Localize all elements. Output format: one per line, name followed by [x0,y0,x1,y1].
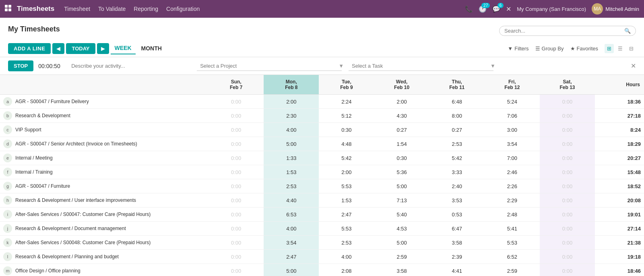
day-cell[interactable]: 5:53 [319,222,374,236]
day-cell[interactable]: 3:53 [429,193,485,208]
day-cell[interactable]: 2:47 [264,250,319,264]
table-row[interactable]: eInternal / Meeting0:001:335:420:305:427… [0,151,644,165]
close-icon[interactable]: ✕ [506,5,511,13]
search-input[interactable] [504,28,624,34]
day-cell[interactable]: 1:53 [319,193,374,208]
day-cell[interactable]: 2:26 [485,179,540,193]
day-cell[interactable]: 0:00 [208,222,264,236]
day-cell[interactable]: 5:00 [264,264,319,276]
day-cell[interactable]: 0:27 [429,123,485,137]
nav-to-validate[interactable]: To Validate [98,4,126,14]
day-cell[interactable]: 2:24 [319,95,374,109]
day-cell[interactable]: 0:00 [540,250,595,264]
day-cell[interactable]: 0:00 [208,109,264,123]
task-cell[interactable]: eInternal / Meeting [0,151,208,165]
search-box[interactable]: 🔍 [499,26,636,36]
day-cell[interactable]: 4:53 [374,222,429,236]
day-cell[interactable]: 8:00 [429,109,485,123]
day-cell[interactable]: 5:00 [264,137,319,151]
day-cell[interactable]: 0:00 [208,193,264,208]
task-select-input[interactable] [349,61,493,71]
day-cell[interactable]: 0:00 [208,250,264,264]
nav-configuration[interactable]: Configuration [166,4,200,14]
task-cell[interactable]: aAGR - S00047 / Furniture Delivery [0,95,208,109]
day-cell[interactable]: 5:53 [485,236,540,250]
day-cell[interactable]: 7:00 [485,151,540,165]
day-cell[interactable]: 18:36 [595,95,644,109]
day-cell[interactable]: 20:27 [595,151,644,165]
table-row[interactable]: dAGR - S00047 / Senior Architect (Invoic… [0,137,644,151]
day-cell[interactable]: 15:48 [595,165,644,179]
day-cell[interactable]: 2:29 [485,193,540,208]
task-cell[interactable]: kAfter-Sales Services / S00048: Customer… [0,236,208,250]
day-cell[interactable]: 27:18 [595,109,644,123]
day-cell[interactable]: 5:42 [319,151,374,165]
task-cell[interactable]: cVIP Support [0,123,208,137]
task-cell[interactable]: fInternal / Training [0,165,208,179]
day-cell[interactable]: 3:33 [429,165,485,179]
day-cell[interactable]: 0:00 [540,236,595,250]
day-cell[interactable]: 0:53 [429,208,485,222]
day-cell[interactable]: 18:46 [595,264,644,276]
day-cell[interactable]: 0:30 [319,123,374,137]
activity-description-input[interactable] [71,63,192,69]
week-button[interactable]: WEEK [111,42,136,54]
day-cell[interactable]: 2:59 [374,250,429,264]
today-button[interactable]: TODAY [66,43,95,54]
task-cell[interactable]: lResearch & Development / Planning and b… [0,250,208,264]
day-cell[interactable]: 5:00 [374,236,429,250]
day-cell[interactable]: 0:00 [208,123,264,137]
day-cell[interactable]: 0:00 [208,236,264,250]
table-row[interactable]: aAGR - S00047 / Furniture Delivery0:002:… [0,95,644,109]
table-row[interactable]: kAfter-Sales Services / S00048: Customer… [0,236,644,250]
day-cell[interactable]: 3:54 [264,236,319,250]
list-view-button[interactable]: ☰ [615,44,625,53]
day-cell[interactable]: 4:48 [319,137,374,151]
day-cell[interactable]: 0:00 [208,95,264,109]
day-cell[interactable]: 5:00 [374,179,429,193]
day-cell[interactable]: 3:00 [485,123,540,137]
table-row[interactable]: mOffice Design / Office planning0:005:00… [0,264,644,276]
task-cell[interactable]: jResearch & Development / Document manag… [0,222,208,236]
table-row[interactable]: gAGR - S00047 / Furniture0:002:535:535:0… [0,179,644,193]
nav-reporting[interactable]: Reporting [134,4,158,14]
day-cell[interactable]: 2:00 [319,165,374,179]
day-cell[interactable]: 2:30 [264,109,319,123]
phone-icon[interactable]: 📞 [465,5,473,13]
day-cell[interactable]: 5:40 [374,208,429,222]
add-line-button[interactable]: ADD A LINE [8,43,51,54]
day-cell[interactable]: 5:42 [429,151,485,165]
day-cell[interactable]: 6:48 [429,95,485,109]
day-cell[interactable]: 2:53 [264,179,319,193]
day-cell[interactable]: 4:00 [319,250,374,264]
day-cell[interactable]: 0:00 [208,179,264,193]
day-cell[interactable]: 6:53 [264,208,319,222]
next-week-button[interactable]: ▶ [97,43,109,54]
day-cell[interactable]: 0:00 [540,123,595,137]
day-cell[interactable]: 0:00 [208,264,264,276]
day-cell[interactable]: 0:00 [208,165,264,179]
day-cell[interactable]: 18:29 [595,137,644,151]
day-cell[interactable]: 2:39 [429,250,485,264]
day-cell[interactable]: 2:00 [264,95,319,109]
day-cell[interactable]: 18:52 [595,179,644,193]
grid-icon[interactable] [5,5,12,13]
project-dropdown-icon[interactable]: ▼ [339,63,344,69]
task-cell[interactable]: bResearch & Development [0,109,208,123]
day-cell[interactable]: 5:12 [319,109,374,123]
day-cell[interactable]: 4:40 [264,193,319,208]
table-row[interactable]: jResearch & Development / Document manag… [0,222,644,236]
day-cell[interactable]: 0:00 [540,95,595,109]
day-cell[interactable]: 7:06 [485,109,540,123]
day-cell[interactable]: 2:59 [485,264,540,276]
day-cell[interactable]: 2:46 [485,165,540,179]
day-cell[interactable]: 8:24 [595,123,644,137]
day-cell[interactable]: 4:41 [429,264,485,276]
day-cell[interactable]: 21:38 [595,236,644,250]
day-cell[interactable]: 0:00 [540,208,595,222]
day-cell[interactable]: 0:27 [374,123,429,137]
filters-button[interactable]: ▼ Filters [508,46,528,52]
day-cell[interactable]: 0:00 [540,165,595,179]
table-row[interactable]: hResearch & Development / User interface… [0,193,644,208]
table-row[interactable]: bResearch & Development0:002:305:124:308… [0,109,644,123]
